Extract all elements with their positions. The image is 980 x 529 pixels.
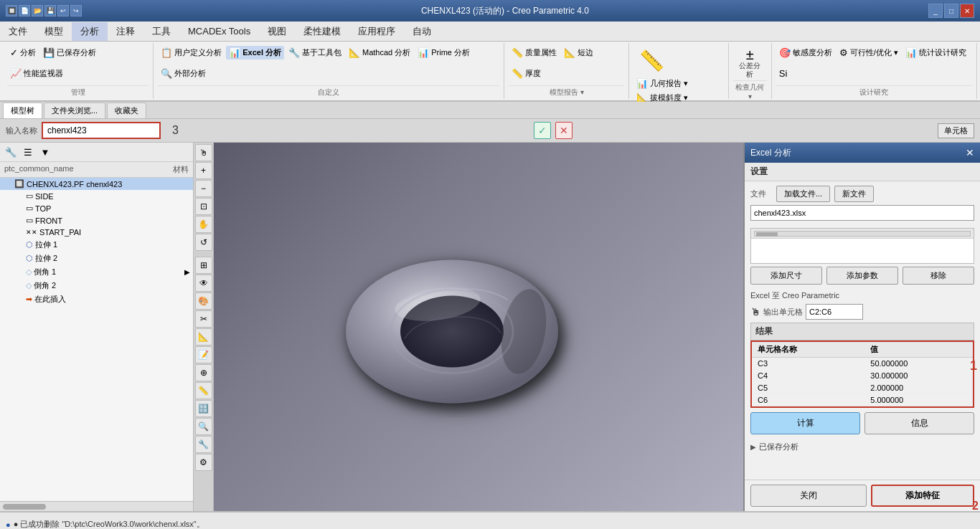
menu-analysis[interactable]: 分析 bbox=[72, 22, 108, 41]
tab-folder-browser[interactable]: 文件夹浏览... bbox=[44, 103, 105, 118]
ribbon-btn-stat-design[interactable]: 📊统计设计研究 bbox=[903, 46, 969, 59]
ribbon-btn-thickness[interactable]: 📏厚度 bbox=[509, 67, 544, 80]
tree-item-chamfer1[interactable]: ◇ 倒角 1 ▶ bbox=[0, 265, 193, 279]
tool-named-view[interactable]: 👁 bbox=[195, 275, 212, 292]
close-button[interactable]: ✕ bbox=[960, 4, 974, 18]
new-icon[interactable]: 📄 bbox=[19, 5, 30, 16]
sidebar-tool-3[interactable]: ▼ bbox=[37, 144, 53, 160]
ribbon-btn-prime[interactable]: 📊Prime 分析 bbox=[415, 46, 473, 59]
menu-auto[interactable]: 自动 bbox=[404, 22, 440, 41]
menu-file[interactable]: 文件 bbox=[0, 22, 36, 41]
file-name-input[interactable] bbox=[750, 205, 974, 221]
tab-model-tree[interactable]: 模型树 bbox=[3, 103, 42, 118]
save-icon[interactable]: 💾 bbox=[44, 5, 56, 16]
ribbon-btn-saved-analysis[interactable]: 💾已保存分析 bbox=[40, 46, 99, 59]
ribbon-btn-geo-report[interactable]: 📊几何报告 ▾ bbox=[633, 77, 692, 90]
ribbon-btn-analysis[interactable]: ✓分析 bbox=[7, 46, 39, 59]
tool-measure[interactable]: 📏 bbox=[195, 382, 212, 399]
confirm-button[interactable]: ✓ bbox=[534, 122, 551, 139]
menu-apps[interactable]: 应用程序 bbox=[349, 22, 404, 41]
tree-item-start[interactable]: ✕✕ START_PAI bbox=[0, 227, 193, 238]
tool-zoom-fit[interactable]: ⊡ bbox=[195, 198, 212, 215]
tool-zoom-in[interactable]: + bbox=[195, 162, 212, 179]
open-icon[interactable]: 📂 bbox=[32, 5, 43, 16]
maximize-button[interactable]: □ bbox=[944, 4, 958, 18]
result-cell-c5: C5 bbox=[752, 382, 864, 394]
tab-favorites[interactable]: 收藏夹 bbox=[107, 103, 146, 118]
tree-item-top[interactable]: ▭ TOP bbox=[0, 202, 193, 214]
hscrollbar-track[interactable] bbox=[754, 231, 971, 237]
sidebar-hscroll[interactable] bbox=[0, 501, 193, 511]
hscrollbar-thumb[interactable] bbox=[756, 232, 778, 237]
ribbon-btn-measure-large[interactable]: 📏 bbox=[633, 46, 670, 75]
cancel-button[interactable]: ✕ bbox=[555, 122, 573, 139]
tree-item-root[interactable]: 🔲 CHENXL423.PF chenxl423 bbox=[0, 178, 193, 190]
tree-item-extrude2[interactable]: ⬡ 拉伸 2 bbox=[0, 252, 193, 265]
menu-flex-model[interactable]: 柔性建模 bbox=[295, 22, 349, 41]
ribbon-btn-si[interactable]: Si bbox=[776, 67, 793, 80]
file-label: 文件 bbox=[750, 189, 772, 199]
result-value-c4: 30.000000 bbox=[864, 370, 973, 382]
tool-rotate[interactable]: ↺ bbox=[195, 234, 212, 251]
tool-section[interactable]: ✂ bbox=[195, 310, 212, 328]
tree-item-chamfer2[interactable]: ◇ 倒角 2 bbox=[0, 279, 193, 292]
menu-annotation[interactable]: 注释 bbox=[108, 22, 143, 41]
sidebar-tool-1[interactable]: 🔧 bbox=[3, 144, 19, 160]
extrude2-icon: ⬡ bbox=[26, 254, 33, 263]
tool-ref-viewer[interactable]: 🔍 bbox=[195, 418, 212, 435]
side-icon: ▭ bbox=[26, 191, 33, 201]
ribbon-btn-sensitivity[interactable]: 🎯敏感度分析 bbox=[776, 46, 835, 59]
load-file-button[interactable]: 加载文件... bbox=[776, 186, 830, 202]
front-label: FRONT bbox=[35, 216, 190, 225]
output-cell-input[interactable] bbox=[806, 304, 863, 320]
ribbon-btn-user-analysis[interactable]: 📋用户定义分析 bbox=[158, 46, 225, 59]
saved-analysis-row[interactable]: ▶ 已保存分析 bbox=[745, 439, 980, 455]
tool-3d-note[interactable]: 🔠 bbox=[195, 400, 212, 417]
tree-item-side[interactable]: ▭ SIDE bbox=[0, 190, 193, 202]
hscroll-thumb[interactable] bbox=[3, 504, 46, 510]
ribbon-btn-perf-monitor[interactable]: 📈性能监视器 bbox=[7, 67, 66, 80]
menu-mcadex[interactable]: MCADEx Tools bbox=[179, 23, 259, 39]
ribbon-group-custom-label: 自定义 bbox=[158, 85, 499, 97]
add-dimension-button[interactable]: 添加尺寸 bbox=[750, 267, 822, 285]
ribbon-btn-excel-analysis[interactable]: 📊Excel 分析 bbox=[226, 46, 284, 59]
unit-button[interactable]: 单元格 bbox=[938, 123, 974, 138]
minimize-button[interactable]: _ bbox=[928, 4, 943, 18]
menu-view[interactable]: 视图 bbox=[259, 22, 295, 41]
tool-refit[interactable]: ⊞ bbox=[195, 257, 212, 274]
tool-annotation[interactable]: 📝 bbox=[195, 346, 212, 363]
info-button[interactable]: 信息 bbox=[864, 412, 974, 434]
tree-item-extrude1[interactable]: ⬡ 拉伸 1 bbox=[0, 238, 193, 252]
menu-tools[interactable]: 工具 bbox=[143, 22, 179, 41]
tool-zoom-out[interactable]: − bbox=[195, 180, 212, 197]
add-param-button[interactable]: 添加参数 bbox=[826, 267, 898, 285]
ribbon-btn-short-edge[interactable]: 📐短边 bbox=[561, 46, 596, 59]
redo-icon[interactable]: ↪ bbox=[70, 5, 82, 16]
remove-button[interactable]: 移除 bbox=[903, 267, 974, 285]
close-dialog-button[interactable]: 关闭 bbox=[750, 485, 867, 507]
add-feature-button[interactable]: 添加特征 bbox=[871, 485, 974, 507]
ribbon-btn-mathcad[interactable]: 📐Mathcad 分析 bbox=[346, 46, 413, 59]
ribbon-btn-toolkit[interactable]: 🔧基于工具包 bbox=[286, 46, 344, 59]
ribbon-btn-external[interactable]: 🔍外部分析 bbox=[158, 67, 209, 80]
tool-spin-center[interactable]: ⊕ bbox=[195, 364, 212, 381]
menu-model[interactable]: 模型 bbox=[36, 22, 72, 41]
undo-icon[interactable]: ↩ bbox=[57, 5, 69, 16]
tool-settings[interactable]: ⚙ bbox=[195, 454, 212, 471]
input-name-field[interactable] bbox=[42, 122, 161, 139]
tool-appearance[interactable]: 🎨 bbox=[195, 292, 212, 310]
tree-item-front[interactable]: ▭ FRONT bbox=[0, 214, 193, 227]
torus-svg bbox=[330, 226, 574, 426]
tool-pan[interactable]: ✋ bbox=[195, 216, 212, 233]
ribbon-btn-feasibility[interactable]: ⚙可行性/优化 ▾ bbox=[837, 46, 901, 59]
tree-item-insert-here[interactable]: ➡ 在此插入 bbox=[0, 292, 193, 306]
sidebar-tool-2[interactable]: ☰ bbox=[20, 144, 36, 160]
tool-model-intent[interactable]: 🔧 bbox=[195, 436, 212, 453]
ribbon-btn-mass-props[interactable]: 📏质量属性 bbox=[509, 46, 560, 59]
calculate-button[interactable]: 计算 bbox=[750, 412, 860, 434]
excel-panel-close-button[interactable]: ✕ bbox=[966, 147, 974, 158]
new-file-button[interactable]: 新文件 bbox=[834, 186, 874, 202]
ribbon-btn-tolerance-analysis[interactable]: ± 公差分析 bbox=[733, 46, 767, 80]
tool-datum-display[interactable]: 📐 bbox=[195, 328, 212, 345]
tool-select[interactable]: 🖱 bbox=[195, 144, 212, 161]
